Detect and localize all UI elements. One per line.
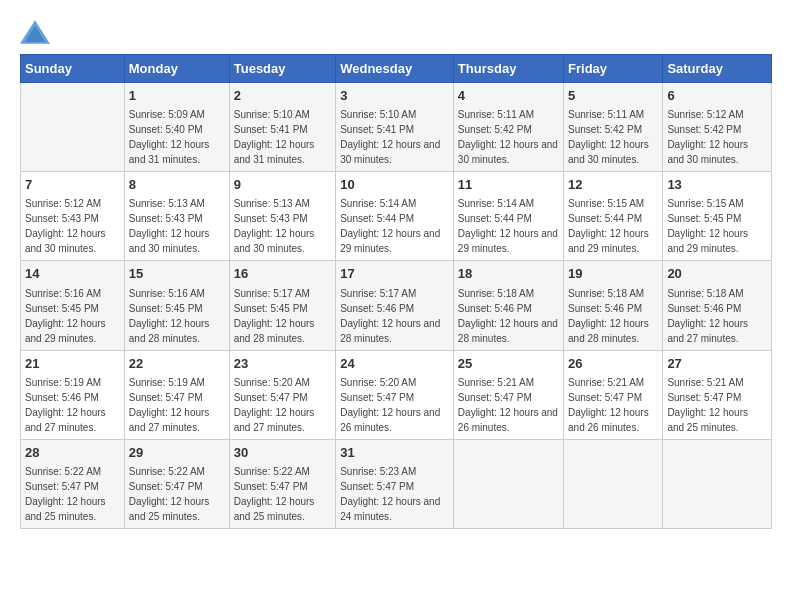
calendar-cell: 18Sunrise: 5:18 AMSunset: 5:46 PMDayligh… (453, 261, 563, 350)
calendar-cell: 20Sunrise: 5:18 AMSunset: 5:46 PMDayligh… (663, 261, 772, 350)
day-number: 8 (129, 176, 225, 194)
cell-detail: Sunrise: 5:11 AMSunset: 5:42 PMDaylight:… (568, 107, 658, 167)
col-saturday: Saturday (663, 55, 772, 83)
cell-detail: Sunrise: 5:21 AMSunset: 5:47 PMDaylight:… (568, 375, 658, 435)
cell-detail: Sunrise: 5:12 AMSunset: 5:42 PMDaylight:… (667, 107, 767, 167)
cell-detail: Sunrise: 5:19 AMSunset: 5:47 PMDaylight:… (129, 375, 225, 435)
day-number: 14 (25, 265, 120, 283)
day-number: 10 (340, 176, 449, 194)
calendar-cell (663, 439, 772, 528)
calendar-cell: 19Sunrise: 5:18 AMSunset: 5:46 PMDayligh… (564, 261, 663, 350)
calendar-cell: 24Sunrise: 5:20 AMSunset: 5:47 PMDayligh… (336, 350, 454, 439)
cell-detail: Sunrise: 5:18 AMSunset: 5:46 PMDaylight:… (458, 286, 559, 346)
calendar-cell: 1Sunrise: 5:09 AMSunset: 5:40 PMDaylight… (124, 83, 229, 172)
cell-detail: Sunrise: 5:18 AMSunset: 5:46 PMDaylight:… (568, 286, 658, 346)
logo (20, 20, 54, 44)
day-number: 11 (458, 176, 559, 194)
cell-detail: Sunrise: 5:15 AMSunset: 5:45 PMDaylight:… (667, 196, 767, 256)
day-number: 13 (667, 176, 767, 194)
day-number: 15 (129, 265, 225, 283)
day-number: 12 (568, 176, 658, 194)
day-number: 31 (340, 444, 449, 462)
header-row: SundayMondayTuesdayWednesdayThursdayFrid… (21, 55, 772, 83)
cell-detail: Sunrise: 5:19 AMSunset: 5:46 PMDaylight:… (25, 375, 120, 435)
day-number: 30 (234, 444, 331, 462)
general-blue-icon (20, 20, 50, 44)
day-number: 9 (234, 176, 331, 194)
calendar-cell: 11Sunrise: 5:14 AMSunset: 5:44 PMDayligh… (453, 172, 563, 261)
day-number: 18 (458, 265, 559, 283)
calendar-cell: 21Sunrise: 5:19 AMSunset: 5:46 PMDayligh… (21, 350, 125, 439)
calendar-cell: 26Sunrise: 5:21 AMSunset: 5:47 PMDayligh… (564, 350, 663, 439)
calendar-cell: 16Sunrise: 5:17 AMSunset: 5:45 PMDayligh… (229, 261, 335, 350)
calendar-cell: 2Sunrise: 5:10 AMSunset: 5:41 PMDaylight… (229, 83, 335, 172)
cell-detail: Sunrise: 5:16 AMSunset: 5:45 PMDaylight:… (129, 286, 225, 346)
calendar-cell: 30Sunrise: 5:22 AMSunset: 5:47 PMDayligh… (229, 439, 335, 528)
cell-detail: Sunrise: 5:17 AMSunset: 5:45 PMDaylight:… (234, 286, 331, 346)
calendar-row: 28Sunrise: 5:22 AMSunset: 5:47 PMDayligh… (21, 439, 772, 528)
day-number: 19 (568, 265, 658, 283)
day-number: 29 (129, 444, 225, 462)
day-number: 21 (25, 355, 120, 373)
cell-detail: Sunrise: 5:17 AMSunset: 5:46 PMDaylight:… (340, 286, 449, 346)
calendar-cell: 17Sunrise: 5:17 AMSunset: 5:46 PMDayligh… (336, 261, 454, 350)
calendar-table: SundayMondayTuesdayWednesdayThursdayFrid… (20, 54, 772, 529)
calendar-cell: 27Sunrise: 5:21 AMSunset: 5:47 PMDayligh… (663, 350, 772, 439)
cell-detail: Sunrise: 5:16 AMSunset: 5:45 PMDaylight:… (25, 286, 120, 346)
day-number: 1 (129, 87, 225, 105)
day-number: 23 (234, 355, 331, 373)
day-number: 17 (340, 265, 449, 283)
cell-detail: Sunrise: 5:18 AMSunset: 5:46 PMDaylight:… (667, 286, 767, 346)
cell-detail: Sunrise: 5:13 AMSunset: 5:43 PMDaylight:… (234, 196, 331, 256)
calendar-cell: 22Sunrise: 5:19 AMSunset: 5:47 PMDayligh… (124, 350, 229, 439)
calendar-cell: 29Sunrise: 5:22 AMSunset: 5:47 PMDayligh… (124, 439, 229, 528)
col-wednesday: Wednesday (336, 55, 454, 83)
calendar-cell (21, 83, 125, 172)
calendar-row: 21Sunrise: 5:19 AMSunset: 5:46 PMDayligh… (21, 350, 772, 439)
cell-detail: Sunrise: 5:15 AMSunset: 5:44 PMDaylight:… (568, 196, 658, 256)
day-number: 7 (25, 176, 120, 194)
calendar-cell: 14Sunrise: 5:16 AMSunset: 5:45 PMDayligh… (21, 261, 125, 350)
cell-detail: Sunrise: 5:14 AMSunset: 5:44 PMDaylight:… (458, 196, 559, 256)
col-sunday: Sunday (21, 55, 125, 83)
calendar-cell: 10Sunrise: 5:14 AMSunset: 5:44 PMDayligh… (336, 172, 454, 261)
day-number: 16 (234, 265, 331, 283)
cell-detail: Sunrise: 5:20 AMSunset: 5:47 PMDaylight:… (340, 375, 449, 435)
day-number: 5 (568, 87, 658, 105)
day-number: 4 (458, 87, 559, 105)
cell-detail: Sunrise: 5:22 AMSunset: 5:47 PMDaylight:… (129, 464, 225, 524)
cell-detail: Sunrise: 5:14 AMSunset: 5:44 PMDaylight:… (340, 196, 449, 256)
day-number: 27 (667, 355, 767, 373)
day-number: 3 (340, 87, 449, 105)
cell-detail: Sunrise: 5:12 AMSunset: 5:43 PMDaylight:… (25, 196, 120, 256)
calendar-row: 1Sunrise: 5:09 AMSunset: 5:40 PMDaylight… (21, 83, 772, 172)
calendar-row: 14Sunrise: 5:16 AMSunset: 5:45 PMDayligh… (21, 261, 772, 350)
day-number: 24 (340, 355, 449, 373)
cell-detail: Sunrise: 5:11 AMSunset: 5:42 PMDaylight:… (458, 107, 559, 167)
cell-detail: Sunrise: 5:22 AMSunset: 5:47 PMDaylight:… (25, 464, 120, 524)
cell-detail: Sunrise: 5:23 AMSunset: 5:47 PMDaylight:… (340, 464, 449, 524)
col-friday: Friday (564, 55, 663, 83)
calendar-cell: 7Sunrise: 5:12 AMSunset: 5:43 PMDaylight… (21, 172, 125, 261)
calendar-cell: 13Sunrise: 5:15 AMSunset: 5:45 PMDayligh… (663, 172, 772, 261)
calendar-cell: 31Sunrise: 5:23 AMSunset: 5:47 PMDayligh… (336, 439, 454, 528)
cell-detail: Sunrise: 5:20 AMSunset: 5:47 PMDaylight:… (234, 375, 331, 435)
cell-detail: Sunrise: 5:21 AMSunset: 5:47 PMDaylight:… (667, 375, 767, 435)
calendar-cell: 25Sunrise: 5:21 AMSunset: 5:47 PMDayligh… (453, 350, 563, 439)
calendar-cell (564, 439, 663, 528)
day-number: 20 (667, 265, 767, 283)
calendar-cell: 15Sunrise: 5:16 AMSunset: 5:45 PMDayligh… (124, 261, 229, 350)
calendar-cell: 8Sunrise: 5:13 AMSunset: 5:43 PMDaylight… (124, 172, 229, 261)
col-monday: Monday (124, 55, 229, 83)
header (20, 20, 772, 44)
calendar-cell: 4Sunrise: 5:11 AMSunset: 5:42 PMDaylight… (453, 83, 563, 172)
day-number: 25 (458, 355, 559, 373)
cell-detail: Sunrise: 5:10 AMSunset: 5:41 PMDaylight:… (234, 107, 331, 167)
cell-detail: Sunrise: 5:09 AMSunset: 5:40 PMDaylight:… (129, 107, 225, 167)
cell-detail: Sunrise: 5:13 AMSunset: 5:43 PMDaylight:… (129, 196, 225, 256)
calendar-cell: 23Sunrise: 5:20 AMSunset: 5:47 PMDayligh… (229, 350, 335, 439)
calendar-cell: 12Sunrise: 5:15 AMSunset: 5:44 PMDayligh… (564, 172, 663, 261)
calendar-cell: 9Sunrise: 5:13 AMSunset: 5:43 PMDaylight… (229, 172, 335, 261)
calendar-cell: 6Sunrise: 5:12 AMSunset: 5:42 PMDaylight… (663, 83, 772, 172)
day-number: 26 (568, 355, 658, 373)
